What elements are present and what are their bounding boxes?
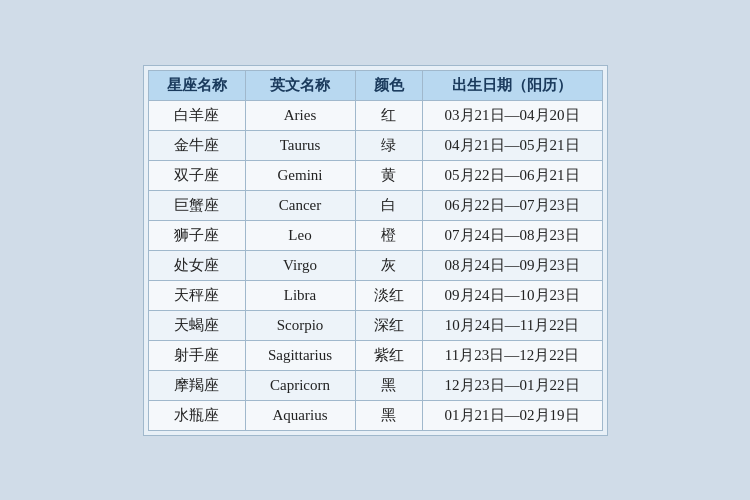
header-color: 颜色: [355, 70, 422, 100]
cell-date: 07月24日—08月23日: [422, 220, 602, 250]
cell-date: 05月22日—06月21日: [422, 160, 602, 190]
table-row: 摩羯座Capricorn黑12月23日—01月22日: [148, 370, 602, 400]
table-row: 狮子座Leo橙07月24日—08月23日: [148, 220, 602, 250]
table-row: 天蝎座Scorpio深红10月24日—11月22日: [148, 310, 602, 340]
cell-date: 06月22日—07月23日: [422, 190, 602, 220]
cell-color: 深红: [355, 310, 422, 340]
cell-zh: 天秤座: [148, 280, 245, 310]
cell-zh: 巨蟹座: [148, 190, 245, 220]
cell-en: Aquarius: [245, 400, 355, 430]
cell-en: Taurus: [245, 130, 355, 160]
cell-zh: 狮子座: [148, 220, 245, 250]
cell-color: 灰: [355, 250, 422, 280]
cell-date: 08月24日—09月23日: [422, 250, 602, 280]
cell-date: 03月21日—04月20日: [422, 100, 602, 130]
cell-en: Capricorn: [245, 370, 355, 400]
cell-date: 10月24日—11月22日: [422, 310, 602, 340]
cell-zh: 金牛座: [148, 130, 245, 160]
cell-date: 11月23日—12月22日: [422, 340, 602, 370]
cell-color: 紫红: [355, 340, 422, 370]
table-row: 天秤座Libra淡红09月24日—10月23日: [148, 280, 602, 310]
zodiac-table: 星座名称 英文名称 颜色 出生日期（阳历） 白羊座Aries红03月21日—04…: [148, 70, 603, 431]
zodiac-table-container: 星座名称 英文名称 颜色 出生日期（阳历） 白羊座Aries红03月21日—04…: [143, 65, 608, 436]
header-zh: 星座名称: [148, 70, 245, 100]
table-row: 处女座Virgo灰08月24日—09月23日: [148, 250, 602, 280]
header-en: 英文名称: [245, 70, 355, 100]
cell-zh: 白羊座: [148, 100, 245, 130]
cell-zh: 水瓶座: [148, 400, 245, 430]
cell-color: 黄: [355, 160, 422, 190]
cell-en: Cancer: [245, 190, 355, 220]
cell-en: Libra: [245, 280, 355, 310]
cell-date: 04月21日—05月21日: [422, 130, 602, 160]
table-header-row: 星座名称 英文名称 颜色 出生日期（阳历）: [148, 70, 602, 100]
table-row: 射手座Sagittarius紫红11月23日—12月22日: [148, 340, 602, 370]
cell-color: 淡红: [355, 280, 422, 310]
cell-color: 黑: [355, 370, 422, 400]
header-date: 出生日期（阳历）: [422, 70, 602, 100]
table-row: 白羊座Aries红03月21日—04月20日: [148, 100, 602, 130]
table-row: 双子座Gemini黄05月22日—06月21日: [148, 160, 602, 190]
cell-en: Sagittarius: [245, 340, 355, 370]
cell-color: 白: [355, 190, 422, 220]
cell-en: Aries: [245, 100, 355, 130]
table-row: 巨蟹座Cancer白06月22日—07月23日: [148, 190, 602, 220]
cell-color: 红: [355, 100, 422, 130]
cell-date: 01月21日—02月19日: [422, 400, 602, 430]
cell-en: Virgo: [245, 250, 355, 280]
cell-en: Leo: [245, 220, 355, 250]
cell-zh: 射手座: [148, 340, 245, 370]
cell-zh: 天蝎座: [148, 310, 245, 340]
cell-color: 橙: [355, 220, 422, 250]
cell-color: 黑: [355, 400, 422, 430]
cell-en: Scorpio: [245, 310, 355, 340]
cell-en: Gemini: [245, 160, 355, 190]
cell-zh: 双子座: [148, 160, 245, 190]
cell-zh: 摩羯座: [148, 370, 245, 400]
cell-color: 绿: [355, 130, 422, 160]
cell-zh: 处女座: [148, 250, 245, 280]
table-row: 水瓶座Aquarius黑01月21日—02月19日: [148, 400, 602, 430]
table-row: 金牛座Taurus绿04月21日—05月21日: [148, 130, 602, 160]
cell-date: 09月24日—10月23日: [422, 280, 602, 310]
cell-date: 12月23日—01月22日: [422, 370, 602, 400]
